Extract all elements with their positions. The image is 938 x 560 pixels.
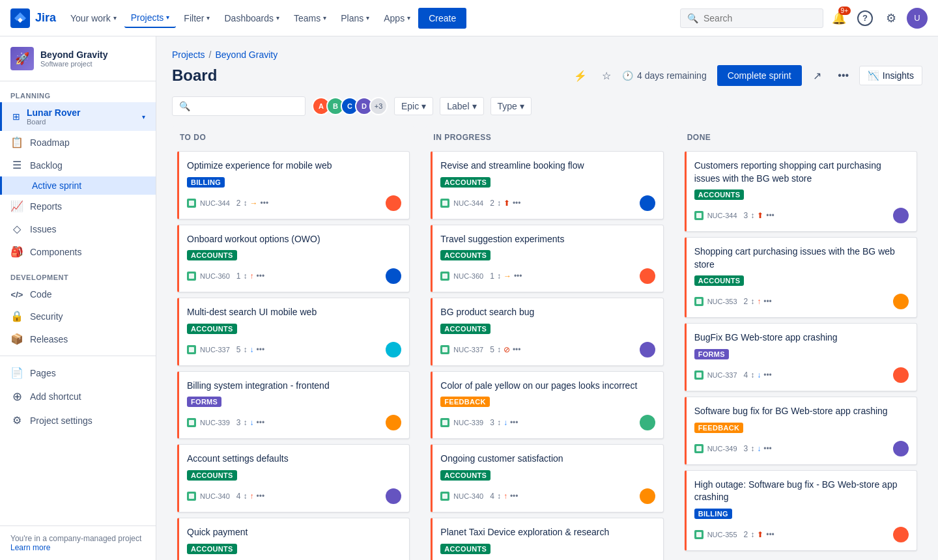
card[interactable]: Software bug fix for BG Web-store app cr…	[685, 397, 917, 465]
nav-projects[interactable]: Projects ▾	[124, 8, 177, 28]
card[interactable]: Ongoing customer satisfaction ACCOUNTS N…	[431, 444, 663, 512]
star-button[interactable]: ☆	[596, 65, 617, 86]
column-header-done: DONE	[679, 126, 922, 148]
card[interactable]: Color of pale yellow on our pages looks …	[431, 371, 663, 440]
share-button[interactable]: ↗	[807, 65, 828, 86]
board-search-input[interactable]	[194, 101, 298, 111]
nav-your-work[interactable]: Your work ▾	[64, 9, 123, 27]
more-icon[interactable]: •••	[261, 199, 269, 208]
more-icon[interactable]: •••	[510, 418, 519, 427]
more-icon[interactable]: •••	[510, 492, 519, 501]
learn-more-link[interactable]: Learn more	[10, 543, 50, 552]
card-footer: NUC-344 2 ↕ → •••	[187, 195, 401, 211]
lightning-button[interactable]: ⚡	[570, 65, 591, 86]
card-footer: NUC-344 2 ↕ ⬆ •••	[440, 195, 655, 211]
card[interactable]: Billing system integration - frontend FO…	[177, 371, 410, 440]
card[interactable]: High outage: Software bug fix - BG Web-s…	[685, 470, 917, 551]
sidebar-item-code[interactable]: </> Code	[0, 284, 156, 305]
card-meta: 1 ↕ ↑ •••	[236, 272, 264, 281]
type-filter[interactable]: Type ▾	[490, 97, 532, 115]
complete-sprint-button[interactable]: Complete sprint	[717, 65, 802, 86]
card[interactable]: Planet Taxi Device exploration & researc…	[431, 518, 663, 560]
story-points-icon: ↕	[497, 418, 501, 427]
card-avatar	[893, 527, 909, 542]
more-icon[interactable]: •••	[513, 345, 521, 354]
sidebar-active-sprint-parent[interactable]: ⊞ Lunar Rover Board ▾	[0, 102, 156, 131]
sidebar-item-active-sprint[interactable]: Active sprint	[0, 176, 156, 195]
help-icon: ?	[857, 10, 873, 26]
card[interactable]: BG product search bug ACCOUNTS NUC-337 5…	[431, 298, 663, 366]
sidebar-item-reports[interactable]: 📈 Reports	[0, 195, 156, 217]
more-icon[interactable]: •••	[257, 272, 265, 281]
sidebar-item-components[interactable]: 🎒 Components	[0, 240, 156, 263]
epic-filter[interactable]: Epic ▾	[394, 97, 433, 115]
sidebar-item-roadmap[interactable]: 📋 Roadmap	[0, 131, 156, 154]
more-icon[interactable]: •••	[763, 297, 772, 306]
card-meta: 2 ↕ ↑ •••	[744, 297, 772, 306]
card-title: Customers reporting shopping cart purcha…	[694, 160, 909, 185]
card[interactable]: Account settings defaults ACCOUNTS NUC-3…	[177, 444, 410, 512]
user-avatar[interactable]: U	[907, 8, 928, 29]
card-footer: NUC-337 5 ↕ ⊘ •••	[440, 342, 655, 357]
card[interactable]: BugFix BG Web-store app crashing FORMS N…	[685, 323, 917, 391]
search-box[interactable]: 🔍	[680, 8, 823, 28]
card[interactable]: Revise and streamline booking flow ACCOU…	[431, 151, 663, 219]
more-icon[interactable]: •••	[514, 272, 522, 281]
nav-teams[interactable]: Teams ▾	[287, 9, 333, 27]
card[interactable]: Customers reporting shopping cart purcha…	[685, 151, 917, 232]
nav-filter[interactable]: Filter ▾	[177, 9, 216, 27]
card-title: Ongoing customer satisfaction	[440, 453, 655, 466]
create-button[interactable]: Create	[418, 8, 466, 29]
card-id: NUC-344	[200, 199, 230, 207]
settings-button[interactable]: ⚙	[881, 8, 902, 29]
nav-plans[interactable]: Plans ▾	[334, 9, 376, 27]
card[interactable]: Multi-dest search UI mobile web ACCOUNTS…	[177, 298, 410, 366]
label-filter[interactable]: Label ▾	[440, 97, 483, 115]
sidebar-item-add-shortcut[interactable]: ⊕ Add shortcut	[0, 384, 156, 409]
search-input[interactable]	[704, 13, 808, 23]
card[interactable]: Quick payment ACCOUNTS NUC-345 2 ↕ → •••	[177, 518, 410, 560]
sidebar-item-project-settings[interactable]: ⚙ Project settings	[0, 409, 156, 432]
caret-icon: ▾	[366, 14, 369, 21]
logo[interactable]: Jira	[10, 8, 56, 28]
board-grid-icon: ⊞	[12, 111, 20, 122]
card-id: NUC-339	[200, 419, 230, 427]
more-icon[interactable]: •••	[257, 418, 265, 427]
card-id: NUC-353	[707, 298, 737, 305]
clock-icon: 🕐	[622, 70, 633, 81]
story-points-icon: ↕	[244, 345, 248, 354]
nav-apps[interactable]: Apps ▾	[377, 9, 417, 27]
card[interactable]: Shopping cart purchasing issues with the…	[685, 237, 917, 318]
more-button[interactable]: •••	[833, 65, 854, 86]
more-icon[interactable]: •••	[257, 345, 265, 354]
svg-rect-14	[696, 299, 702, 304]
card[interactable]: Travel suggestion experiments ACCOUNTS N…	[431, 225, 663, 293]
card-avatar	[640, 488, 655, 504]
more-icon[interactable]: •••	[513, 199, 521, 208]
sidebar-item-releases[interactable]: 📦 Releases	[0, 328, 156, 350]
sidebar-item-issues[interactable]: ◇ Issues	[0, 217, 156, 240]
sidebar-item-security[interactable]: 🔒 Security	[0, 305, 156, 328]
avatar-overflow[interactable]: +3	[369, 97, 388, 115]
help-button[interactable]: ?	[855, 8, 875, 29]
board-sublabel: Board	[27, 118, 80, 126]
card-label: ACCOUNTS	[187, 544, 237, 554]
more-icon[interactable]: •••	[763, 444, 772, 453]
card[interactable]: Optimize experience for mobile web BILLI…	[177, 151, 410, 219]
board-search[interactable]: 🔍	[172, 96, 306, 116]
nav-dashboards[interactable]: Dashboards ▾	[218, 9, 286, 27]
breadcrumb-projects[interactable]: Projects	[172, 49, 205, 60]
card-id: NUC-340	[453, 492, 483, 500]
notifications-button[interactable]: 🔔 9+	[829, 8, 849, 29]
card[interactable]: Onboard workout options (OWO) ACCOUNTS N…	[177, 225, 410, 293]
more-icon[interactable]: •••	[257, 492, 265, 501]
insights-button[interactable]: 📉 Insights	[859, 66, 922, 85]
more-icon[interactable]: •••	[763, 371, 772, 380]
more-icon[interactable]: •••	[766, 211, 775, 220]
breadcrumb-project[interactable]: Beyond Gravity	[215, 49, 277, 60]
more-icon[interactable]: •••	[766, 530, 775, 539]
card-label: ACCOUNTS	[440, 324, 490, 334]
sidebar-item-backlog[interactable]: ☰ Backlog	[0, 154, 156, 176]
sidebar-item-pages[interactable]: 📄 Pages	[0, 361, 156, 384]
caret-icon: ▾	[206, 14, 210, 21]
